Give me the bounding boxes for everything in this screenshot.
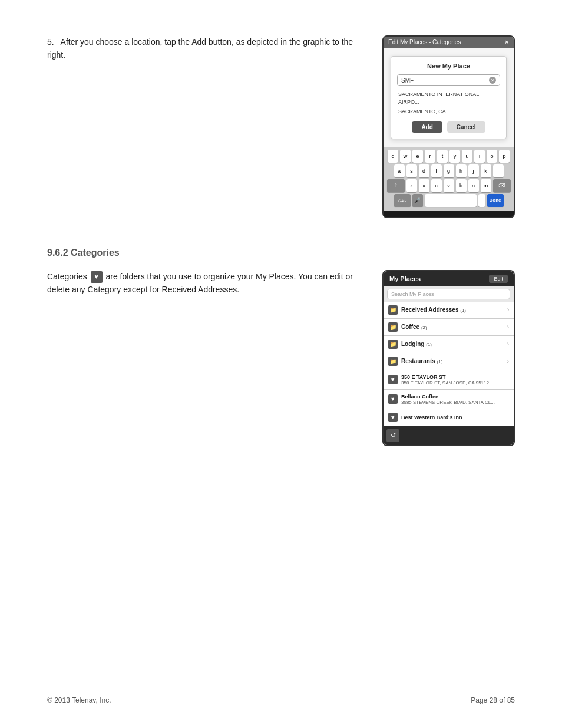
kb-a[interactable]: a (394, 164, 405, 177)
folder-icon: 📁 (388, 340, 398, 349)
list-item[interactable]: ♥ Bellano Coffee 3985 STEVENS CREEK BLVD… (384, 390, 514, 409)
step-text: 5. After you choose a location, tap the … (47, 35, 365, 62)
kb-j[interactable]: j (468, 164, 479, 177)
mp-list: 📁 Received Addresses (1) › 📁 Coffee (2) (384, 302, 514, 426)
item-label: Coffee (2) (401, 324, 504, 330)
item-label: Lodging (1) (401, 341, 504, 347)
kb-f[interactable]: f (431, 164, 442, 177)
item-sublabel: 3985 STEVENS CREEK BLVD, SANTA CL... (401, 400, 509, 405)
dialog-title: New My Place (397, 62, 500, 70)
dialog-area: New My Place SMF ✕ SACRAMENTO INTERNATIO… (384, 48, 514, 147)
kb-g[interactable]: g (444, 164, 454, 177)
kb-k[interactable]: k (481, 164, 491, 177)
add-button[interactable]: Add (412, 121, 442, 133)
dialog-buttons: Add Cancel (397, 121, 500, 133)
kb-row-3: ⇧ z x c v b n m ⌫ (385, 179, 513, 192)
text-before-icon: Categories (47, 272, 90, 281)
item-sublabel: 350 E TAYLOR ST, SAN JOSE, CA 95112 (401, 380, 509, 386)
page-content: 5. After you choose a location, tap the … (0, 0, 562, 505)
kb-d[interactable]: d (419, 164, 429, 177)
kb-o[interactable]: o (487, 150, 497, 163)
section-5-text: 5. After you choose a location, tap the … (47, 35, 365, 218)
chevron-right-icon: › (507, 358, 509, 364)
keyboard[interactable]: q w e r t y u i o p a s d (384, 147, 514, 211)
mp-bottom-bar: ↺ (384, 426, 514, 445)
result-line-1: SACRAMENTO INTERNATIONAL AIRPO... (397, 91, 500, 106)
folder-icon: 📁 (388, 322, 398, 332)
kb-q[interactable]: q (388, 150, 398, 163)
step-number: 5. (47, 37, 54, 47)
search-my-places[interactable]: Search My Places (387, 289, 510, 299)
section-962-text: Categories ♥ are folders that you use to… (47, 270, 365, 446)
item-label: Received Addresses (1) (401, 307, 504, 313)
kb-row-4: ?123 🎤 . Done (385, 194, 513, 207)
kb-u[interactable]: u (462, 150, 472, 163)
step-description: After you choose a location, tap the Add… (47, 37, 353, 60)
kb-m[interactable]: m (481, 179, 491, 192)
section-5: 5. After you choose a location, tap the … (47, 35, 515, 218)
kb-period[interactable]: . (478, 194, 485, 207)
kb-h[interactable]: h (456, 164, 467, 177)
heart-icon: ♥ (388, 394, 398, 404)
kb-backspace[interactable]: ⌫ (493, 179, 511, 192)
section-962: 9.6.2 Categories Categories ♥ are folder… (47, 248, 515, 446)
kb-mic[interactable]: 🎤 (412, 194, 423, 207)
myplaces-phone: My Places Edit Search My Places 📁 Receiv… (382, 270, 515, 446)
kb-r[interactable]: r (425, 150, 435, 163)
title-bar-text: Edit My Places - Categories (388, 39, 461, 45)
new-my-place-dialog: New My Place SMF ✕ SACRAMENTO INTERNATIO… (391, 56, 507, 139)
kb-x[interactable]: x (419, 179, 429, 192)
refresh-icon[interactable]: ↺ (386, 429, 399, 442)
phone-screen-1: Edit My Places - Categories ✕ New My Pla… (384, 37, 514, 211)
mp-header: My Places Edit (384, 271, 514, 286)
kb-c[interactable]: c (431, 179, 442, 192)
heart-icon: ♥ (388, 413, 398, 422)
phone-bottom-bar (384, 211, 514, 217)
item-label: Best Western Bard's Inn (401, 414, 509, 420)
list-item[interactable]: 📁 Coffee (2) › (384, 319, 514, 336)
kb-y[interactable]: y (449, 150, 460, 163)
list-item[interactable]: 📁 Restaurants (1) › (384, 353, 514, 370)
dialog-input-field[interactable]: SMF ✕ (397, 74, 500, 86)
kb-b[interactable]: b (456, 179, 467, 192)
result-line-2: SACRAMENTO, CA (397, 108, 500, 116)
cancel-button[interactable]: Cancel (447, 121, 485, 133)
kb-row-1: q w e r t y u i o p (385, 150, 513, 163)
myplaces-screen: My Places Edit Search My Places 📁 Receiv… (384, 271, 514, 445)
kb-w[interactable]: w (400, 150, 411, 163)
list-item[interactable]: 📁 Lodging (1) › (384, 336, 514, 353)
folder-icon: 📁 (388, 305, 398, 315)
dialog-title-bar: Edit My Places - Categories ✕ (384, 37, 514, 48)
edit-button[interactable]: Edit (489, 275, 508, 283)
kb-space[interactable] (425, 194, 477, 207)
kb-numbers[interactable]: ?123 (394, 194, 411, 207)
input-value: SMF (401, 77, 489, 84)
footer-page-number: Page 28 of 85 (471, 696, 515, 704)
chevron-right-icon: › (507, 341, 509, 347)
clear-icon[interactable]: ✕ (489, 77, 496, 84)
kb-n[interactable]: n (468, 179, 479, 192)
folder-icon: 📁 (388, 357, 398, 366)
heart-icon: ♥ (388, 375, 398, 384)
list-item[interactable]: ♥ 350 E TAYLOR ST 350 E TAYLOR ST, SAN J… (384, 370, 514, 390)
list-item[interactable]: 📁 Received Addresses (1) › (384, 302, 514, 319)
chevron-right-icon: › (507, 307, 509, 313)
kb-e[interactable]: e (412, 150, 423, 163)
item-label: Restaurants (1) (401, 358, 504, 364)
kb-l[interactable]: l (493, 164, 504, 177)
kb-v[interactable]: v (444, 179, 454, 192)
kb-i[interactable]: i (474, 150, 485, 163)
kb-p[interactable]: p (499, 150, 510, 163)
kb-done[interactable]: Done (487, 194, 504, 207)
list-item[interactable]: ♥ Best Western Bard's Inn (384, 409, 514, 426)
kb-z[interactable]: z (406, 179, 417, 192)
kb-row-2: a s d f g h j k l (385, 164, 513, 177)
phone-mockup-1: Edit My Places - Categories ✕ New My Pla… (382, 35, 515, 218)
kb-shift[interactable]: ⇧ (387, 179, 405, 192)
page-footer: © 2013 Telenav, Inc. Page 28 of 85 (47, 690, 515, 704)
kb-t[interactable]: t (437, 150, 448, 163)
item-label: Bellano Coffee 3985 STEVENS CREEK BLVD, … (401, 393, 509, 405)
mp-title: My Places (389, 275, 421, 282)
item-label: 350 E TAYLOR ST 350 E TAYLOR ST, SAN JOS… (401, 374, 509, 386)
kb-s[interactable]: s (406, 164, 417, 177)
